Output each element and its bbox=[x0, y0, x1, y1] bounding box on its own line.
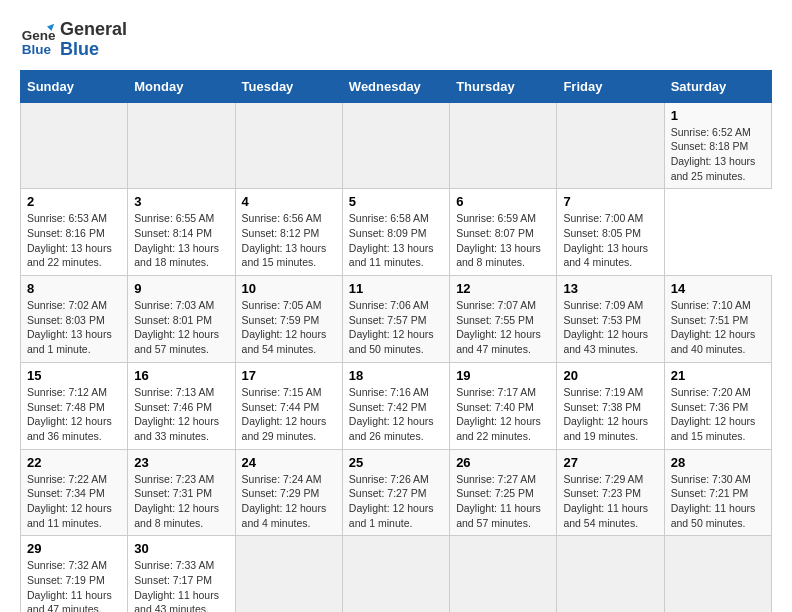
day-detail: Sunrise: 6:53 AMSunset: 8:16 PMDaylight:… bbox=[27, 211, 121, 270]
day-number: 27 bbox=[563, 455, 657, 470]
empty-cell bbox=[450, 536, 557, 612]
logo-general: General bbox=[60, 20, 127, 40]
empty-cell bbox=[128, 102, 235, 189]
day-cell-17: 17Sunrise: 7:15 AMSunset: 7:44 PMDayligh… bbox=[235, 362, 342, 449]
day-cell-27: 27Sunrise: 7:29 AMSunset: 7:23 PMDayligh… bbox=[557, 449, 664, 536]
day-detail: Sunrise: 7:30 AMSunset: 7:21 PMDaylight:… bbox=[671, 472, 765, 531]
day-detail: Sunrise: 7:29 AMSunset: 7:23 PMDaylight:… bbox=[563, 472, 657, 531]
svg-text:Blue: Blue bbox=[22, 41, 52, 56]
day-detail: Sunrise: 7:03 AMSunset: 8:01 PMDaylight:… bbox=[134, 298, 228, 357]
day-detail: Sunrise: 7:09 AMSunset: 7:53 PMDaylight:… bbox=[563, 298, 657, 357]
logo-icon: General Blue bbox=[20, 22, 56, 58]
day-number: 15 bbox=[27, 368, 121, 383]
day-detail: Sunrise: 7:32 AMSunset: 7:19 PMDaylight:… bbox=[27, 558, 121, 612]
day-number: 2 bbox=[27, 194, 121, 209]
day-detail: Sunrise: 7:02 AMSunset: 8:03 PMDaylight:… bbox=[27, 298, 121, 357]
day-number: 14 bbox=[671, 281, 765, 296]
empty-cell bbox=[342, 536, 449, 612]
day-detail: Sunrise: 6:59 AMSunset: 8:07 PMDaylight:… bbox=[456, 211, 550, 270]
day-cell-25: 25Sunrise: 7:26 AMSunset: 7:27 PMDayligh… bbox=[342, 449, 449, 536]
day-cell-26: 26Sunrise: 7:27 AMSunset: 7:25 PMDayligh… bbox=[450, 449, 557, 536]
empty-cell bbox=[342, 102, 449, 189]
day-detail: Sunrise: 7:05 AMSunset: 7:59 PMDaylight:… bbox=[242, 298, 336, 357]
day-cell-16: 16Sunrise: 7:13 AMSunset: 7:46 PMDayligh… bbox=[128, 362, 235, 449]
header-friday: Friday bbox=[557, 70, 664, 102]
day-detail: Sunrise: 7:10 AMSunset: 7:51 PMDaylight:… bbox=[671, 298, 765, 357]
calendar-table: SundayMondayTuesdayWednesdayThursdayFrid… bbox=[20, 70, 772, 612]
header-monday: Monday bbox=[128, 70, 235, 102]
day-detail: Sunrise: 7:27 AMSunset: 7:25 PMDaylight:… bbox=[456, 472, 550, 531]
day-number: 24 bbox=[242, 455, 336, 470]
day-cell-13: 13Sunrise: 7:09 AMSunset: 7:53 PMDayligh… bbox=[557, 276, 664, 363]
day-cell-3: 3Sunrise: 6:55 AMSunset: 8:14 PMDaylight… bbox=[128, 189, 235, 276]
calendar-header-row: SundayMondayTuesdayWednesdayThursdayFrid… bbox=[21, 70, 772, 102]
day-cell-12: 12Sunrise: 7:07 AMSunset: 7:55 PMDayligh… bbox=[450, 276, 557, 363]
page-header: General Blue General Blue bbox=[20, 20, 772, 60]
day-detail: Sunrise: 6:52 AMSunset: 8:18 PMDaylight:… bbox=[671, 125, 765, 184]
day-number: 25 bbox=[349, 455, 443, 470]
calendar-week-6: 29Sunrise: 7:32 AMSunset: 7:19 PMDayligh… bbox=[21, 536, 772, 612]
day-number: 11 bbox=[349, 281, 443, 296]
day-cell-14: 14Sunrise: 7:10 AMSunset: 7:51 PMDayligh… bbox=[664, 276, 771, 363]
empty-cell bbox=[450, 102, 557, 189]
day-cell-18: 18Sunrise: 7:16 AMSunset: 7:42 PMDayligh… bbox=[342, 362, 449, 449]
day-detail: Sunrise: 7:17 AMSunset: 7:40 PMDaylight:… bbox=[456, 385, 550, 444]
day-number: 17 bbox=[242, 368, 336, 383]
day-detail: Sunrise: 7:15 AMSunset: 7:44 PMDaylight:… bbox=[242, 385, 336, 444]
empty-cell bbox=[664, 536, 771, 612]
day-number: 29 bbox=[27, 541, 121, 556]
day-detail: Sunrise: 7:19 AMSunset: 7:38 PMDaylight:… bbox=[563, 385, 657, 444]
day-cell-6: 6Sunrise: 6:59 AMSunset: 8:07 PMDaylight… bbox=[450, 189, 557, 276]
day-detail: Sunrise: 6:56 AMSunset: 8:12 PMDaylight:… bbox=[242, 211, 336, 270]
day-number: 16 bbox=[134, 368, 228, 383]
day-number: 1 bbox=[671, 108, 765, 123]
day-number: 19 bbox=[456, 368, 550, 383]
day-detail: Sunrise: 7:12 AMSunset: 7:48 PMDaylight:… bbox=[27, 385, 121, 444]
day-number: 18 bbox=[349, 368, 443, 383]
header-sunday: Sunday bbox=[21, 70, 128, 102]
day-number: 22 bbox=[27, 455, 121, 470]
day-cell-5: 5Sunrise: 6:58 AMSunset: 8:09 PMDaylight… bbox=[342, 189, 449, 276]
day-number: 6 bbox=[456, 194, 550, 209]
day-cell-15: 15Sunrise: 7:12 AMSunset: 7:48 PMDayligh… bbox=[21, 362, 128, 449]
day-detail: Sunrise: 7:33 AMSunset: 7:17 PMDaylight:… bbox=[134, 558, 228, 612]
header-thursday: Thursday bbox=[450, 70, 557, 102]
day-number: 4 bbox=[242, 194, 336, 209]
day-cell-28: 28Sunrise: 7:30 AMSunset: 7:21 PMDayligh… bbox=[664, 449, 771, 536]
logo-blue: Blue bbox=[60, 40, 127, 60]
empty-cell bbox=[235, 102, 342, 189]
day-detail: Sunrise: 7:20 AMSunset: 7:36 PMDaylight:… bbox=[671, 385, 765, 444]
day-number: 30 bbox=[134, 541, 228, 556]
day-cell-4: 4Sunrise: 6:56 AMSunset: 8:12 PMDaylight… bbox=[235, 189, 342, 276]
day-cell-29: 29Sunrise: 7:32 AMSunset: 7:19 PMDayligh… bbox=[21, 536, 128, 612]
header-tuesday: Tuesday bbox=[235, 70, 342, 102]
calendar-week-5: 22Sunrise: 7:22 AMSunset: 7:34 PMDayligh… bbox=[21, 449, 772, 536]
day-number: 13 bbox=[563, 281, 657, 296]
day-cell-9: 9Sunrise: 7:03 AMSunset: 8:01 PMDaylight… bbox=[128, 276, 235, 363]
calendar-week-2: 2Sunrise: 6:53 AMSunset: 8:16 PMDaylight… bbox=[21, 189, 772, 276]
header-saturday: Saturday bbox=[664, 70, 771, 102]
day-number: 3 bbox=[134, 194, 228, 209]
day-number: 28 bbox=[671, 455, 765, 470]
day-cell-23: 23Sunrise: 7:23 AMSunset: 7:31 PMDayligh… bbox=[128, 449, 235, 536]
day-detail: Sunrise: 7:26 AMSunset: 7:27 PMDaylight:… bbox=[349, 472, 443, 531]
day-detail: Sunrise: 7:00 AMSunset: 8:05 PMDaylight:… bbox=[563, 211, 657, 270]
day-cell-7: 7Sunrise: 7:00 AMSunset: 8:05 PMDaylight… bbox=[557, 189, 664, 276]
day-detail: Sunrise: 7:07 AMSunset: 7:55 PMDaylight:… bbox=[456, 298, 550, 357]
day-number: 10 bbox=[242, 281, 336, 296]
day-cell-24: 24Sunrise: 7:24 AMSunset: 7:29 PMDayligh… bbox=[235, 449, 342, 536]
day-detail: Sunrise: 6:58 AMSunset: 8:09 PMDaylight:… bbox=[349, 211, 443, 270]
day-detail: Sunrise: 6:55 AMSunset: 8:14 PMDaylight:… bbox=[134, 211, 228, 270]
header-wednesday: Wednesday bbox=[342, 70, 449, 102]
day-detail: Sunrise: 7:16 AMSunset: 7:42 PMDaylight:… bbox=[349, 385, 443, 444]
empty-cell bbox=[21, 102, 128, 189]
day-cell-11: 11Sunrise: 7:06 AMSunset: 7:57 PMDayligh… bbox=[342, 276, 449, 363]
empty-cell bbox=[557, 102, 664, 189]
day-number: 12 bbox=[456, 281, 550, 296]
day-cell-2: 2Sunrise: 6:53 AMSunset: 8:16 PMDaylight… bbox=[21, 189, 128, 276]
day-cell-1: 1Sunrise: 6:52 AMSunset: 8:18 PMDaylight… bbox=[664, 102, 771, 189]
day-cell-22: 22Sunrise: 7:22 AMSunset: 7:34 PMDayligh… bbox=[21, 449, 128, 536]
calendar-week-4: 15Sunrise: 7:12 AMSunset: 7:48 PMDayligh… bbox=[21, 362, 772, 449]
calendar-week-1: 1Sunrise: 6:52 AMSunset: 8:18 PMDaylight… bbox=[21, 102, 772, 189]
day-cell-21: 21Sunrise: 7:20 AMSunset: 7:36 PMDayligh… bbox=[664, 362, 771, 449]
